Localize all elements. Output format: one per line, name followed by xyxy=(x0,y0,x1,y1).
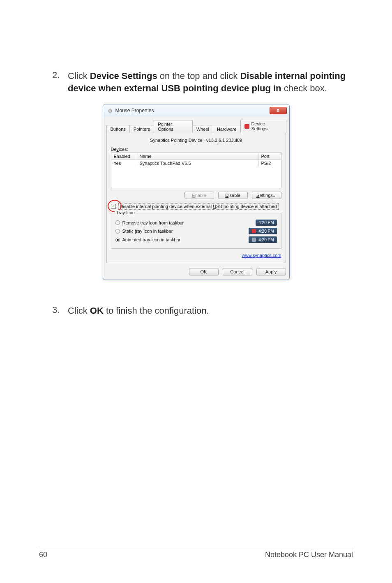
tab-device-settings[interactable]: Device Settings xyxy=(240,120,286,133)
tab-hardware[interactable]: Hardware xyxy=(213,125,241,133)
device-row[interactable]: Yes Synaptics TouchPad V6.5 PS/2 xyxy=(111,160,281,167)
enable-button: Enable xyxy=(184,192,214,199)
step-3-pre1: Click xyxy=(68,305,90,316)
devices-empty-space xyxy=(111,167,281,188)
radio-animated-tray-input[interactable] xyxy=(115,238,120,242)
col-enabled: Enabled xyxy=(111,153,137,160)
radio-static-tray-input[interactable] xyxy=(115,229,120,234)
tray-static-icon xyxy=(251,229,256,234)
tab-pointers[interactable]: Pointers xyxy=(129,125,154,133)
step-2-text: Click Device Settings on the top and cli… xyxy=(68,70,353,94)
tray-time-1: 4:20 PM xyxy=(258,220,274,225)
page-footer: 60 Notebook PC User Manual xyxy=(39,547,353,559)
tray-icon-group: Tray Icon Remove tray icon from taskbar … xyxy=(111,213,281,249)
radio-remove-tray[interactable]: Remove tray icon from taskbar xyxy=(115,220,184,225)
tab-device-settings-label: Device Settings xyxy=(251,121,282,131)
cell-port: PS/2 xyxy=(258,160,281,167)
radio-static-tray[interactable]: Static tray icon in taskbar xyxy=(115,229,173,234)
svg-rect-3 xyxy=(252,238,256,242)
radio-animated-tray[interactable]: Animated tray icon in taskbar xyxy=(115,237,181,242)
dialog-title: Mouse Properties xyxy=(115,108,154,113)
mouse-properties-dialog: Mouse Properties x Buttons Pointers Poin… xyxy=(103,104,290,280)
tray-time-3: 4:20 PM xyxy=(258,238,274,242)
tray-preview-remove: 4:20 PM xyxy=(256,220,277,226)
step-2-pre1: Click xyxy=(68,71,90,81)
step-2: 2. Click Device Settings on the top and … xyxy=(39,70,353,94)
mouse-icon xyxy=(107,108,113,113)
radio-remove-tray-input[interactable] xyxy=(115,220,120,225)
tab-content: Synaptics Pointing Device - v13.2.6.1 20… xyxy=(106,133,286,263)
apply-button[interactable]: Apply xyxy=(256,268,286,275)
step-3-text: Click OK to finish the configuration. xyxy=(68,305,353,317)
cancel-button[interactable]: Cancel xyxy=(223,268,252,275)
ok-button[interactable]: OK xyxy=(189,268,219,275)
tab-pointer-options[interactable]: Pointer Options xyxy=(154,120,193,133)
step-2-post1: check box. xyxy=(281,83,327,93)
svg-rect-2 xyxy=(252,229,256,233)
synaptics-link[interactable]: www.synaptics.com xyxy=(242,253,281,258)
tray-animated-icon xyxy=(251,237,256,242)
step-3-post1: to finish the configuration. xyxy=(104,305,209,316)
cell-name: Synaptics TouchPad V6.5 xyxy=(137,160,258,167)
step-3-number: 3. xyxy=(39,305,68,317)
tray-preview-animated: 4:20 PM xyxy=(249,236,277,243)
radio-static-tray-label: Static tray icon in taskbar xyxy=(122,229,173,234)
step-2-bold1: Device Settings xyxy=(90,71,157,81)
devices-header-row: Enabled Name Port xyxy=(111,153,281,160)
page-number: 60 xyxy=(39,551,47,559)
tabs: Buttons Pointers Pointer Options Wheel H… xyxy=(106,119,286,133)
disable-internal-checkbox-row[interactable]: ✓ Disable internal pointing device when … xyxy=(111,203,281,210)
cell-enabled: Yes xyxy=(111,160,137,167)
disable-button[interactable]: Disable xyxy=(218,192,248,199)
manual-title: Notebook PC User Manual xyxy=(265,551,353,559)
step-3-bold1: OK xyxy=(90,305,104,316)
tray-icon-legend: Tray Icon xyxy=(115,210,136,215)
tray-time-2: 4:20 PM xyxy=(258,229,274,234)
radio-animated-tray-label: Animated tray icon in taskbar xyxy=(122,237,181,242)
devices-table: Enabled Name Port Yes Synaptics TouchPad… xyxy=(111,153,281,188)
screenshot: Mouse Properties x Buttons Pointers Poin… xyxy=(39,104,353,280)
step-3: 3. Click OK to finish the configuration. xyxy=(39,305,353,317)
tab-wheel[interactable]: Wheel xyxy=(192,125,213,133)
step-2-number: 2. xyxy=(39,70,68,94)
tray-preview-static: 4:20 PM xyxy=(249,228,277,234)
devices-label: Devices: xyxy=(111,147,281,152)
settings-button[interactable]: Settings... xyxy=(252,192,281,199)
col-name: Name xyxy=(137,153,258,160)
synaptics-icon xyxy=(244,124,250,129)
driver-version: Synaptics Pointing Device - v13.2.6.1 20… xyxy=(111,138,281,143)
col-port: Port xyxy=(258,153,281,160)
close-button[interactable]: x xyxy=(270,107,287,114)
tab-buttons[interactable]: Buttons xyxy=(106,125,130,133)
step-2-mid1: on the top and click xyxy=(157,71,240,81)
radio-remove-tray-label: Remove tray icon from taskbar xyxy=(122,220,184,225)
titlebar: Mouse Properties x xyxy=(103,104,289,117)
disable-internal-checkbox-label: Disable internal pointing device when ex… xyxy=(118,203,279,210)
